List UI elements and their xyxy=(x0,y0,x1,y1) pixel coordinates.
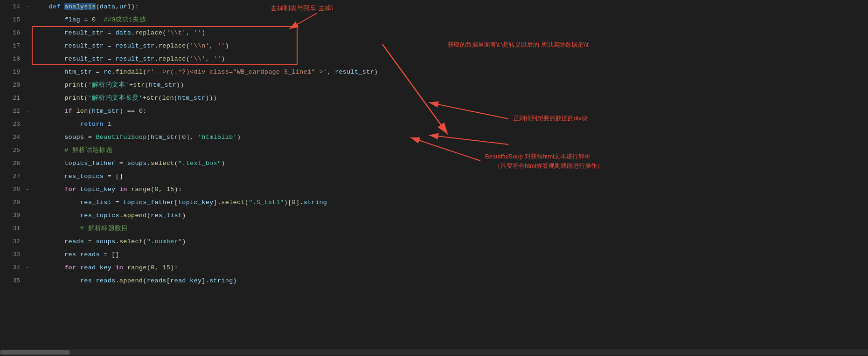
code-content-31: # 解析标题数目 xyxy=(33,224,868,233)
line-num-15: 15 xyxy=(0,16,26,23)
code-content-24: soups = BeautifulSoup(htm_str[0], 'html5… xyxy=(33,134,868,141)
code-content-35: res reads.append(reads[read_key].string) xyxy=(33,277,868,284)
line-num-23: 23 xyxy=(0,121,26,128)
line-num-14: 14 xyxy=(0,3,26,10)
line-num-22: 22 xyxy=(0,108,26,115)
code-line-18: 18 result_str = result_str.replace('\\',… xyxy=(0,52,868,65)
line-num-21: 21 xyxy=(0,95,26,102)
code-content-29: res_list = topics_father[topic_key].sele… xyxy=(33,199,868,206)
line-num-25: 25 xyxy=(0,147,26,154)
code-content-14: def analysis(data,url): xyxy=(33,3,868,10)
code-line-14: 14 - def analysis(data,url): xyxy=(0,0,868,13)
line-num-26: 26 xyxy=(0,160,26,167)
code-content-18: result_str = result_str.replace('\\', ''… xyxy=(33,55,868,62)
code-content-26: topics_father = soups.select(".text_box"… xyxy=(33,160,868,167)
code-content-19: htm_str = re.findall(r'-->r(.*?)<div cla… xyxy=(33,68,868,75)
code-line-19: 19 htm_str = re.findall(r'-->r(.*?)<div … xyxy=(0,65,868,78)
code-content-34: for read_key in range(0, 15): xyxy=(33,264,868,271)
code-line-24: 24 soups = BeautifulSoup(htm_str[0], 'ht… xyxy=(0,130,868,144)
code-line-35: 35 res reads.append(reads[read_key].stri… xyxy=(0,274,868,287)
line-minus-22: - xyxy=(26,108,33,115)
code-line-30: 30 res_topics.append(res_list) xyxy=(0,209,868,222)
code-content-33: res_reads = [] xyxy=(33,251,868,258)
code-content-32: reads = soups.select(".number") xyxy=(33,238,868,245)
code-line-22: 22 - if len(htm_str) == 0: xyxy=(0,104,868,117)
line-num-30: 30 xyxy=(0,212,26,219)
code-editor: 14 - def analysis(data,url): 15 flag = 0… xyxy=(0,0,868,356)
line-num-20: 20 xyxy=(0,82,26,89)
code-line-23: 23 return 1 xyxy=(0,117,868,130)
code-line-16: 16 result_str = data.replace('\\t', '') xyxy=(0,26,868,39)
line-num-29: 29 xyxy=(0,199,26,206)
code-line-25: 25 # 解析话题标题 xyxy=(0,144,868,157)
line-num-34: 34 xyxy=(0,264,26,271)
code-line-15: 15 flag = 0 ##0成功1失败 xyxy=(0,13,868,26)
line-num-19: 19 xyxy=(0,68,26,75)
line-num-32: 32 xyxy=(0,238,26,245)
line-num-31: 31 xyxy=(0,225,26,232)
line-num-18: 18 xyxy=(0,55,26,62)
code-line-29: 29 res_list = topics_father[topic_key].s… xyxy=(0,196,868,209)
line-minus-34: - xyxy=(26,264,33,271)
horizontal-scrollbar[interactable] xyxy=(0,349,868,355)
code-content-17: result_str = result_str.replace('\\n', '… xyxy=(33,42,868,49)
code-content-16: result_str = data.replace('\\t', '') xyxy=(33,29,868,36)
line-num-33: 33 xyxy=(0,251,26,258)
line-num-16: 16 xyxy=(0,29,26,36)
code-content-23: return 1 xyxy=(33,121,868,128)
line-num-24: 24 xyxy=(0,134,26,141)
code-content-22: if len(htm_str) == 0: xyxy=(33,108,868,115)
code-content-28: for topic_key in range(0, 15): xyxy=(33,186,868,193)
code-content-25: # 解析话题标题 xyxy=(33,146,868,154)
line-num-35: 35 xyxy=(0,277,26,284)
code-line-27: 27 res_topics = [] xyxy=(0,170,868,183)
line-minus-14: - xyxy=(26,3,33,10)
code-line-20: 20 print('解析的文本'+str(htm_str)) xyxy=(0,78,868,91)
line-minus-28: - xyxy=(26,186,33,193)
line-num-28: 28 xyxy=(0,186,26,193)
scrollbar-thumb[interactable] xyxy=(0,350,70,355)
code-line-34: 34 - for read_key in range(0, 15): xyxy=(0,261,868,274)
code-line-32: 32 reads = soups.select(".number") xyxy=(0,235,868,248)
code-line-26: 26 topics_father = soups.select(".text_b… xyxy=(0,157,868,170)
code-line-28: 28 - for topic_key in range(0, 15): xyxy=(0,183,868,196)
code-content-30: res_topics.append(res_list) xyxy=(33,212,868,219)
code-line-31: 31 # 解析标题数目 xyxy=(0,222,868,235)
code-content-21: print('解析的文本长度'+str(len(htm_str))) xyxy=(33,94,868,102)
line-num-17: 17 xyxy=(0,42,26,49)
code-line-17: 17 result_str = result_str.replace('\\n'… xyxy=(0,39,868,52)
code-line-33: 33 res_reads = [] xyxy=(0,248,868,261)
code-content-27: res_topics = [] xyxy=(33,173,868,180)
code-content-20: print('解析的文本'+str(htm_str)) xyxy=(33,81,868,89)
line-num-27: 27 xyxy=(0,173,26,180)
code-line-21: 21 print('解析的文本长度'+str(len(htm_str))) xyxy=(0,91,868,104)
code-content-15: flag = 0 ##0成功1失败 xyxy=(33,15,868,24)
